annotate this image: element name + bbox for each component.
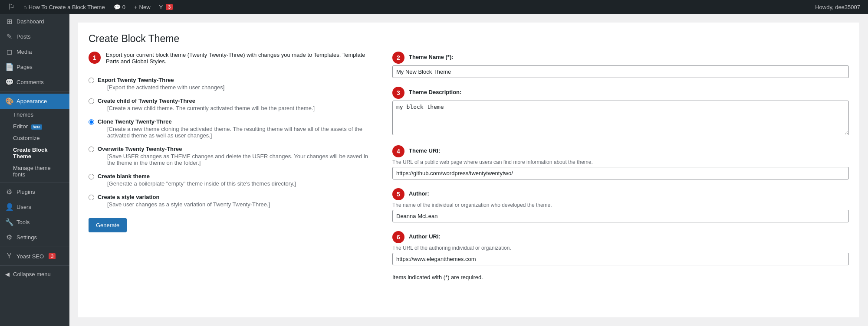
sidebar-label-users: Users	[16, 204, 31, 210]
author-field: 5 Author: The name of the individual or …	[392, 188, 849, 222]
radio-child-input[interactable]	[89, 98, 94, 104]
radio-export[interactable]: Export Twenty Twenty-Three [Export the a…	[89, 77, 375, 91]
settings-icon: ⚙	[5, 233, 13, 241]
new-label: New	[139, 4, 151, 10]
sidebar-item-pages[interactable]: 📄 Pages	[0, 59, 69, 75]
radio-overwrite[interactable]: Overwrite Twenty Twenty-Three [Save USER…	[89, 146, 375, 166]
sidebar-label-dashboard: Dashboard	[16, 18, 44, 25]
sidebar-item-editor[interactable]: Editor beta	[0, 121, 69, 132]
radio-clone-title: Clone Twenty Twenty-Three	[98, 118, 172, 125]
radio-style-variation-input[interactable]	[89, 195, 94, 200]
admin-bar: ⚐ ⌂ How To Create a Block Theme 💬 0 + Ne…	[0, 0, 868, 14]
wp-icon: ⚐	[8, 2, 15, 12]
separator-1	[0, 91, 69, 92]
sidebar-item-comments[interactable]: 💬 Comments	[0, 75, 69, 90]
theme-uri-label: Theme URI:	[409, 147, 440, 154]
theme-name-field: 2 Theme Name (*):	[392, 52, 849, 78]
wp-logo[interactable]: ⚐	[3, 0, 19, 14]
collapse-label: Collapse menu	[13, 271, 51, 277]
step-4-circle: 4	[392, 145, 404, 157]
author-input[interactable]	[392, 210, 849, 222]
new-button[interactable]: + New	[130, 0, 155, 14]
home-icon: ⌂	[23, 4, 27, 10]
theme-description-field: 3 Theme Description: my block theme	[392, 87, 849, 137]
pages-icon: 📄	[5, 63, 13, 71]
site-name-link[interactable]: ⌂ How To Create a Block Theme	[19, 0, 109, 14]
users-icon: 👤	[5, 203, 13, 211]
radio-overwrite-desc: [Save USER changes as THEME changes and …	[107, 153, 375, 166]
sidebar-item-plugins[interactable]: ⚙ Plugins	[0, 184, 69, 199]
radio-clone[interactable]: Clone Twenty Twenty-Three [Create a new …	[89, 118, 375, 139]
radio-overwrite-input[interactable]	[89, 147, 94, 152]
sidebar-label-yoast: Yoast SEO	[16, 253, 44, 260]
yoast-icon[interactable]: Y 3	[155, 0, 178, 14]
theme-name-input[interactable]	[392, 65, 849, 78]
author-uri-desc: The URL of the authoring individual or o…	[392, 245, 849, 251]
radio-style-variation-title: Create a style variation	[98, 194, 159, 200]
yoast-logo: Y	[159, 4, 163, 10]
radio-style-variation[interactable]: Create a style variation [Save user chan…	[89, 194, 375, 208]
radio-export-title: Export Twenty Twenty-Three	[98, 77, 174, 83]
sidebar: ⊞ Dashboard ✎ Posts ◻ Media 📄 Pages 💬 Co…	[0, 14, 69, 326]
sidebar-item-appearance[interactable]: 🎨 Appearance	[0, 94, 69, 109]
sidebar-item-settings[interactable]: ⚙ Settings	[0, 230, 69, 245]
collapse-menu-button[interactable]: ◀ Collapse menu	[0, 267, 69, 281]
sidebar-item-yoast[interactable]: Y Yoast SEO 3	[0, 249, 69, 264]
themes-label: Themes	[13, 111, 33, 118]
collapse-icon: ◀	[5, 271, 10, 277]
posts-icon: ✎	[5, 33, 13, 41]
radio-clone-input[interactable]	[89, 119, 94, 125]
site-name: How To Create a Block Theme	[29, 4, 105, 10]
theme-description-input[interactable]: my block theme	[392, 101, 849, 135]
radio-child-desc: [Create a new child theme. The currently…	[107, 105, 315, 111]
radio-style-variation-desc: [Save user changes as a style variation …	[107, 201, 270, 208]
step-1-circle: 1	[89, 52, 101, 64]
plugins-icon: ⚙	[5, 188, 13, 196]
comments-menu-icon: 💬	[5, 78, 13, 86]
sidebar-item-tools[interactable]: 🔧 Tools	[0, 215, 69, 230]
comments-count: 0	[122, 4, 125, 10]
separator-4	[0, 265, 69, 266]
sidebar-item-themes[interactable]: Themes	[0, 109, 69, 121]
comments-link[interactable]: 💬 0	[109, 0, 130, 14]
theme-uri-field: 4 Theme URI: The URL of a public web pag…	[392, 145, 849, 179]
radio-export-desc: [Export the activated theme with user ch…	[107, 84, 224, 91]
sidebar-label-media: Media	[16, 49, 32, 55]
sidebar-item-manage-fonts[interactable]: Manage theme fonts	[0, 162, 69, 180]
sidebar-item-posts[interactable]: ✎ Posts	[0, 29, 69, 44]
comments-icon: 💬	[114, 4, 121, 10]
radio-blank-title: Create blank theme	[98, 173, 150, 179]
create-block-theme-label: Create Block Theme	[13, 147, 47, 160]
theme-uri-desc: The URL of a public web page where users…	[392, 159, 849, 165]
step-5-circle: 5	[392, 188, 404, 200]
sidebar-label-pages: Pages	[16, 64, 33, 70]
theme-name-label: Theme Name (*):	[409, 54, 454, 60]
sidebar-item-customize[interactable]: Customize	[0, 132, 69, 144]
sidebar-item-users[interactable]: 👤 Users	[0, 199, 69, 215]
sidebar-item-media[interactable]: ◻ Media	[0, 44, 69, 59]
author-uri-input[interactable]	[392, 253, 849, 265]
author-desc: The name of the individual or organizati…	[392, 202, 849, 208]
separator-3	[0, 247, 69, 247]
author-uri-label: Author URI:	[409, 233, 441, 240]
step-3-circle: 3	[392, 87, 404, 99]
radio-export-input[interactable]	[89, 78, 94, 83]
radio-blank-input[interactable]	[89, 174, 94, 179]
generate-button[interactable]: Generate	[89, 218, 127, 232]
separator-2	[0, 182, 69, 183]
radio-child[interactable]: Create child of Twenty Twenty-Three [Cre…	[89, 98, 375, 111]
sidebar-item-dashboard[interactable]: ⊞ Dashboard	[0, 14, 69, 29]
step-6-circle: 6	[392, 231, 404, 243]
required-note: Items indicated with (*) are required.	[392, 274, 849, 280]
yoast-menu-icon: Y	[5, 252, 13, 260]
sidebar-label-tools: Tools	[16, 219, 30, 225]
theme-uri-input[interactable]	[392, 167, 849, 179]
radio-blank[interactable]: Create blank theme [Generate a boilerpla…	[89, 173, 375, 187]
step-2-circle: 2	[392, 52, 404, 64]
customize-label: Customize	[13, 135, 39, 141]
dashboard-icon: ⊞	[5, 17, 13, 26]
sidebar-item-create-block-theme[interactable]: Create Block Theme	[0, 144, 69, 162]
sidebar-label-comments: Comments	[16, 79, 44, 85]
radio-clone-desc: [Create a new theme cloning the activate…	[107, 126, 375, 139]
radio-blank-desc: [Generate a boilerplate "empty" theme in…	[107, 180, 296, 187]
